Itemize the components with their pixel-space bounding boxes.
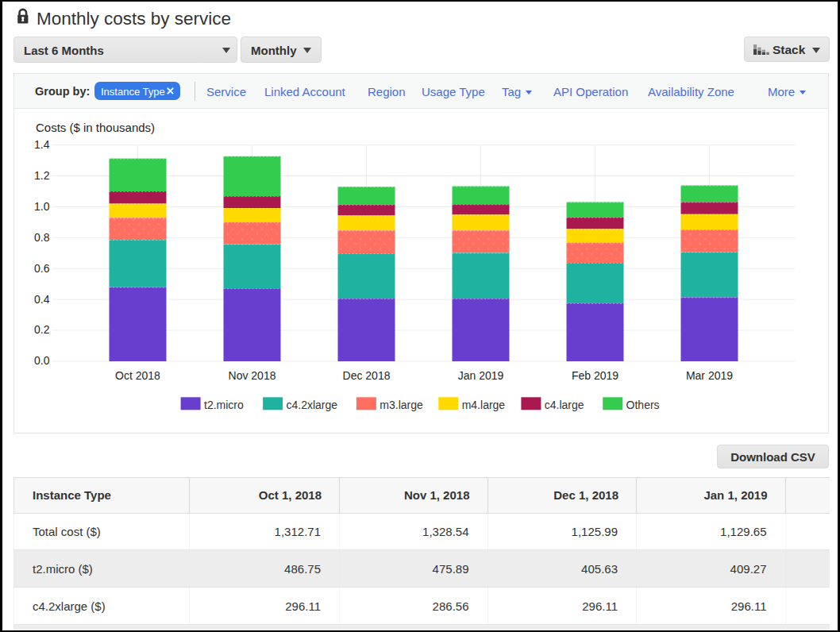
svg-text:m4.large: m4.large (462, 399, 506, 411)
svg-text:0.8: 0.8 (34, 231, 50, 244)
svg-text:m3.large: m3.large (380, 399, 423, 411)
svg-text:0.6: 0.6 (34, 262, 50, 275)
svg-text:c4.2xlarge: c4.2xlarge (287, 399, 338, 411)
svg-text:Others: Others (626, 399, 660, 411)
svg-text:0.4: 0.4 (34, 293, 50, 306)
svg-text:Mar 2019: Mar 2019 (686, 369, 733, 382)
svg-text:1.2: 1.2 (34, 169, 50, 182)
svg-text:Nov 2018: Nov 2018 (229, 369, 276, 382)
svg-text:t2.micro: t2.micro (204, 399, 244, 411)
svg-text:Oct 2018: Oct 2018 (115, 369, 160, 382)
svg-text:Feb 2019: Feb 2019 (572, 369, 618, 382)
svg-text:Jan 2019: Jan 2019 (458, 369, 504, 382)
svg-text:Dec 2018: Dec 2018 (343, 369, 391, 382)
svg-text:0.0: 0.0 (34, 354, 50, 367)
svg-text:0.2: 0.2 (34, 323, 50, 336)
svg-text:Costs ($ in thousands): Costs ($ in thousands) (36, 121, 155, 134)
svg-text:1.4: 1.4 (34, 138, 50, 151)
svg-text:1.0: 1.0 (34, 200, 50, 213)
svg-text:c4.large: c4.large (545, 399, 584, 411)
